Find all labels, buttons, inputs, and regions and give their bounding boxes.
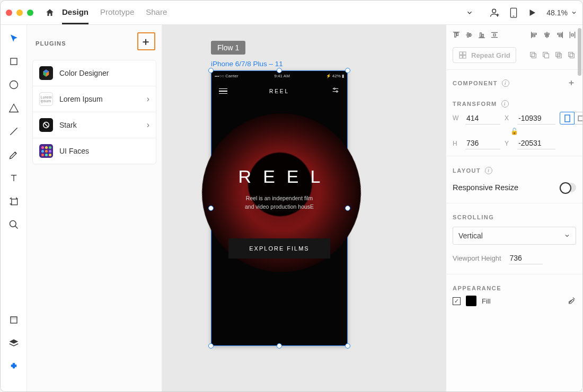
add-plugin-button[interactable]: ＋ <box>137 32 155 50</box>
plugin-item-lorem-ipsum[interactable]: Loremipsum Lorem Ipsum › <box>33 86 156 112</box>
window-maximize-button[interactable] <box>27 10 33 16</box>
line-tool-icon[interactable] <box>8 126 20 137</box>
artboard-tool-icon[interactable] <box>8 195 20 207</box>
selection-handle[interactable] <box>277 343 282 349</box>
align-hcenter-icon[interactable] <box>541 29 553 41</box>
hamburger-icon <box>219 87 227 96</box>
document-menu-chevron-icon[interactable] <box>466 9 473 16</box>
selection-handle[interactable] <box>277 68 282 73</box>
chevron-down-icon <box>571 10 577 16</box>
window-minimize-button[interactable] <box>16 10 23 16</box>
plugin-item-ui-faces[interactable]: UI Faces <box>33 138 156 164</box>
rectangle-tool-icon[interactable] <box>8 56 20 67</box>
width-input[interactable] <box>465 112 500 124</box>
distribute-h-icon[interactable] <box>567 29 578 41</box>
chevron-down-icon <box>564 233 570 239</box>
pen-tool-icon[interactable] <box>8 149 20 161</box>
plugin-item-color-designer[interactable]: Color Designer <box>33 60 156 86</box>
flow-tag[interactable]: Flow 1 <box>211 41 245 55</box>
align-top-icon[interactable] <box>450 29 462 41</box>
invite-icon[interactable] <box>489 7 500 18</box>
bool-exclude-icon[interactable] <box>567 50 576 60</box>
scrolling-value: Vertical <box>458 231 483 240</box>
distribute-v-icon[interactable] <box>489 29 500 41</box>
selection-handle[interactable] <box>345 343 350 349</box>
plugins-panel-icon[interactable] <box>8 361 20 372</box>
selection-handle[interactable] <box>208 206 214 211</box>
ellipse-tool-icon[interactable] <box>8 79 20 91</box>
layout-section-header: LAYOUT i <box>446 159 582 179</box>
plugin-icon <box>39 66 53 80</box>
hero-section: REEL Reel is an independent film and vid… <box>211 166 347 211</box>
zoom-control[interactable]: 48.1% <box>546 8 577 17</box>
fill-swatch[interactable] <box>466 296 476 306</box>
y-input[interactable] <box>517 137 555 149</box>
layers-panel-icon[interactable] <box>8 337 20 349</box>
device-preview-icon[interactable] <box>509 7 518 18</box>
svg-rect-10 <box>11 199 17 205</box>
svg-rect-49 <box>531 52 535 57</box>
selection-handle[interactable] <box>208 343 214 349</box>
svg-rect-56 <box>569 52 573 57</box>
tab-design[interactable]: Design <box>62 1 89 24</box>
scrolling-select[interactable]: Vertical <box>453 227 576 245</box>
plugins-heading: PLUGINS <box>36 40 66 47</box>
zoom-tool-icon[interactable] <box>8 219 20 230</box>
tab-share[interactable]: Share <box>146 1 167 24</box>
home-icon[interactable] <box>45 8 55 17</box>
portrait-button[interactable] <box>560 112 575 124</box>
landscape-button[interactable] <box>575 112 583 124</box>
svg-point-19 <box>334 88 335 90</box>
eyedropper-icon[interactable] <box>568 296 576 306</box>
svg-rect-34 <box>532 33 536 35</box>
align-bottom-icon[interactable] <box>476 29 488 41</box>
info-icon[interactable]: i <box>502 79 509 87</box>
fill-checkbox[interactable]: ✓ <box>453 297 461 305</box>
settings-sliders-icon <box>331 86 340 96</box>
lock-aspect-icon[interactable]: 🔓 <box>446 128 582 137</box>
app-window: Design Prototype Share 48.1% <box>0 0 583 392</box>
status-battery: ⚡ 42% ▮ <box>326 74 344 78</box>
plugin-item-stark[interactable]: Stark › <box>33 112 156 138</box>
plugin-label: Stark <box>59 121 77 129</box>
plugins-panel: PLUGINS ＋ Color Designer Loremipsum Lore… <box>27 25 162 391</box>
bool-union-icon[interactable] <box>528 50 538 60</box>
add-component-icon[interactable]: ＋ <box>567 77 577 88</box>
align-vcenter-icon[interactable] <box>463 29 475 41</box>
tab-prototype[interactable]: Prototype <box>100 1 134 24</box>
assets-panel-icon[interactable] <box>8 314 20 326</box>
play-icon[interactable] <box>527 8 537 17</box>
svg-rect-5 <box>11 58 17 65</box>
repeat-grid-button[interactable]: Repeat Grid <box>453 47 516 63</box>
top-right-controls: 48.1% <box>489 7 577 18</box>
info-icon[interactable]: i <box>485 167 492 174</box>
svg-rect-47 <box>460 56 462 58</box>
text-tool-icon[interactable] <box>8 172 20 184</box>
align-left-icon[interactable] <box>528 29 540 41</box>
x-input[interactable] <box>517 112 555 124</box>
responsive-resize-toggle[interactable] <box>559 183 576 192</box>
bool-subtract-icon[interactable] <box>541 50 551 60</box>
svg-rect-45 <box>460 52 462 55</box>
selection-handle[interactable] <box>208 68 214 73</box>
height-input[interactable] <box>465 137 500 149</box>
design-canvas[interactable]: Flow 1 iPhone 6/7/8 Plus – 11 •••○○ Carr… <box>162 25 446 391</box>
scrollbar[interactable] <box>578 28 581 76</box>
scrolling-section-header: SCROLLING <box>446 207 582 225</box>
window-close-button[interactable] <box>6 10 12 16</box>
viewport-height-input[interactable] <box>509 252 543 264</box>
selection-handle[interactable] <box>345 206 350 211</box>
viewport-height-label: Viewport Height <box>453 254 501 262</box>
info-icon[interactable]: i <box>501 100 509 108</box>
polygon-tool-icon[interactable] <box>8 102 20 114</box>
y-label: Y <box>505 140 513 147</box>
selection-handle[interactable] <box>345 68 350 73</box>
artboard[interactable]: •••○○ Carrier 9:41 AM ⚡ 42% ▮ REEL REEL … <box>211 70 348 346</box>
artboard-title[interactable]: iPhone 6/7/8 Plus – 11 <box>211 60 283 68</box>
transform-section-header: TRANSFORM i <box>446 93 582 112</box>
align-right-icon[interactable] <box>554 29 566 41</box>
select-tool-icon[interactable] <box>8 32 20 44</box>
bool-intersect-icon[interactable] <box>554 50 563 60</box>
svg-rect-35 <box>532 35 535 37</box>
svg-line-7 <box>10 128 17 135</box>
